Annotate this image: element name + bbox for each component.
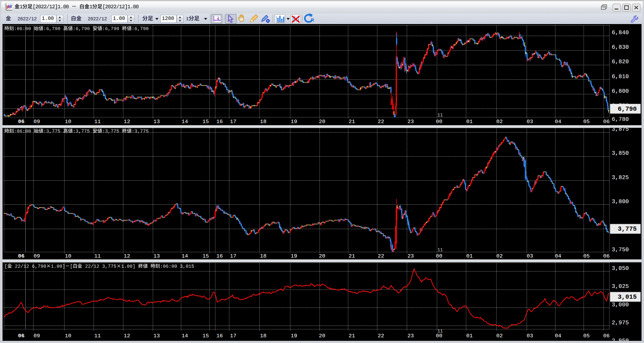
svg-text:06: 06 [603, 253, 610, 259]
svg-text:3,050: 3,050 [612, 265, 629, 271]
svg-text:3,000: 3,000 [612, 302, 629, 308]
svg-text:11: 11 [94, 253, 101, 259]
svg-text:6,810: 6,810 [612, 73, 629, 80]
svg-text:16: 16 [216, 119, 223, 125]
svg-text:11: 11 [437, 113, 443, 118]
svg-text:19: 19 [291, 119, 297, 125]
svg-text:06: 06 [603, 119, 610, 125]
svg-text:17: 17 [230, 333, 236, 339]
svg-text:09: 09 [34, 333, 40, 339]
svg-text:02: 02 [496, 253, 503, 259]
svg-text:23: 23 [407, 119, 414, 125]
svg-text:02: 02 [496, 333, 503, 339]
svg-text:14: 14 [182, 253, 188, 259]
svg-text:09: 09 [34, 253, 40, 259]
svg-text:14: 14 [182, 119, 188, 125]
svg-text:04: 04 [555, 253, 561, 259]
svg-text:6,840: 6,840 [612, 29, 629, 36]
svg-text:6,790: 6,790 [618, 105, 637, 113]
svg-text:3,025: 3,025 [612, 283, 629, 290]
svg-text:22: 22 [378, 253, 384, 259]
svg-text:3,750: 3,750 [612, 246, 629, 253]
svg-text:21: 21 [349, 253, 355, 259]
svg-text:13: 13 [153, 333, 160, 339]
svg-text:6,800: 6,800 [612, 88, 629, 94]
svg-text:6,830: 6,830 [612, 44, 629, 50]
svg-text:3,800: 3,800 [612, 198, 629, 205]
svg-text:17: 17 [230, 119, 236, 125]
svg-text:16: 16 [216, 253, 223, 259]
svg-text:02: 02 [496, 119, 503, 125]
svg-text:03: 03 [527, 119, 533, 125]
svg-text:3,015: 3,015 [618, 293, 637, 301]
svg-text:10: 10 [65, 253, 71, 259]
svg-text:2,975: 2,975 [612, 320, 629, 326]
svg-text:01: 01 [466, 333, 473, 339]
svg-text:06: 06 [18, 333, 24, 339]
svg-text:11: 11 [94, 119, 101, 125]
svg-text:06: 06 [18, 253, 24, 259]
svg-text:19: 19 [291, 333, 297, 339]
svg-text:10: 10 [65, 333, 71, 339]
svg-text:12: 12 [124, 253, 130, 259]
svg-text:3,850: 3,850 [612, 150, 629, 156]
svg-text:01: 01 [466, 119, 473, 125]
svg-text:11: 11 [94, 333, 101, 339]
svg-text:15: 15 [202, 253, 209, 259]
svg-text:20: 20 [319, 253, 325, 259]
svg-text:03: 03 [527, 253, 533, 259]
svg-text:16: 16 [216, 333, 223, 339]
svg-text:01: 01 [466, 253, 473, 259]
svg-text:04: 04 [555, 119, 561, 125]
svg-text:15: 15 [202, 333, 209, 339]
svg-text:20: 20 [319, 333, 325, 339]
svg-text:13: 13 [153, 119, 160, 125]
svg-text:11: 11 [437, 247, 443, 253]
svg-text:13: 13 [153, 253, 160, 259]
svg-text:3,775: 3,775 [618, 225, 637, 233]
svg-text:09: 09 [34, 119, 40, 125]
svg-text:18: 18 [260, 119, 266, 125]
svg-text:20: 20 [319, 119, 325, 125]
svg-text:10: 10 [65, 119, 71, 125]
svg-text:12: 12 [124, 333, 130, 339]
svg-text:03: 03 [527, 333, 533, 339]
svg-text:18: 18 [260, 253, 266, 259]
svg-text:23: 23 [407, 333, 414, 339]
svg-text:12: 12 [124, 119, 130, 125]
svg-text:22: 22 [378, 333, 384, 339]
svg-text:23: 23 [407, 253, 414, 259]
svg-text:14: 14 [182, 333, 188, 339]
svg-text:04: 04 [555, 333, 561, 339]
svg-text:00: 00 [436, 119, 442, 125]
svg-text:06: 06 [18, 119, 24, 125]
svg-text:05: 05 [583, 253, 590, 259]
svg-text:21: 21 [349, 119, 355, 125]
svg-text:17: 17 [230, 253, 236, 259]
svg-text:00: 00 [436, 253, 442, 259]
svg-text:3,825: 3,825 [612, 174, 629, 181]
svg-text:18: 18 [260, 333, 266, 339]
svg-text:15: 15 [202, 119, 209, 125]
svg-text:21: 21 [349, 333, 355, 339]
svg-text:22: 22 [378, 119, 384, 125]
svg-text:11: 11 [437, 329, 443, 334]
svg-text:05: 05 [583, 119, 590, 125]
svg-text:06: 06 [603, 333, 610, 339]
svg-text:6,780: 6,780 [612, 116, 629, 122]
svg-text:19: 19 [291, 253, 297, 259]
svg-text:05: 05 [583, 333, 590, 339]
svg-text:6,820: 6,820 [612, 59, 629, 65]
